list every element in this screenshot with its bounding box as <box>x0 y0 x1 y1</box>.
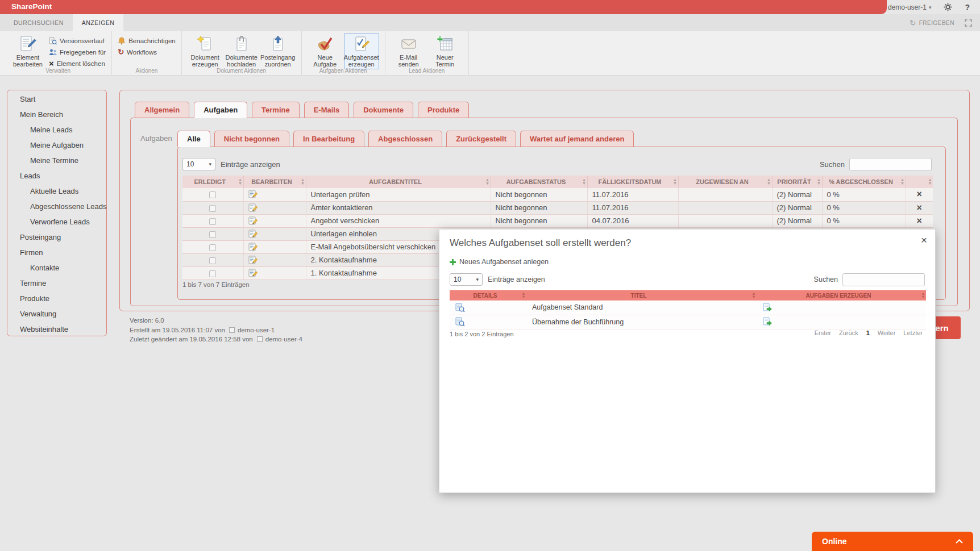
details-icon[interactable] <box>455 303 465 312</box>
assign-inbox-button[interactable]: Posteingang zuordnen <box>260 34 296 69</box>
erledigt-checkbox[interactable] <box>209 231 216 238</box>
pagination-first[interactable]: Erster <box>815 329 831 336</box>
erledigt-checkbox[interactable] <box>209 205 216 212</box>
col-aufgaben-erzeugen[interactable]: AUFGABEN ERZEUGEN▴▾ <box>757 290 926 300</box>
edit-task-icon[interactable] <box>248 243 258 252</box>
sort-icon[interactable]: ▴▾ <box>901 178 903 185</box>
col-erledigt[interactable]: ERLEDIGT▴▾ <box>182 176 243 188</box>
sort-icon[interactable]: ▴▾ <box>753 292 755 299</box>
col-titel[interactable]: TITEL▴▾ <box>526 290 757 300</box>
sidebar-item-kontakte[interactable]: Kontakte <box>7 260 106 276</box>
tab-termine[interactable]: Termine <box>252 102 300 118</box>
gear-icon[interactable] <box>944 3 952 11</box>
notify-button[interactable]: Benachrichtigen <box>118 36 175 45</box>
sidebar-item-start[interactable]: Start <box>7 91 106 107</box>
sort-icon[interactable]: ▴▾ <box>583 178 585 185</box>
generate-tasks-icon[interactable] <box>762 317 772 327</box>
sort-icon[interactable]: ▴▾ <box>522 292 525 299</box>
version-history-button[interactable]: Versionsverlauf <box>49 36 106 45</box>
sidebar-item-produkte[interactable]: Produkte <box>7 291 106 306</box>
sidebar-item-meine-termine[interactable]: Meine Termine <box>7 153 106 168</box>
dialog-page-length-select[interactable]: 10 ▾ <box>450 273 483 286</box>
dialog-search-input[interactable] <box>842 273 925 286</box>
edit-item-button[interactable]: Element bearbeiten <box>10 34 45 69</box>
send-email-button[interactable]: E-Mail senden <box>391 34 426 69</box>
sort-icon[interactable]: ▴▾ <box>301 178 304 185</box>
workflows-button[interactable]: ↻ Workflows <box>118 47 175 57</box>
close-icon[interactable]: × <box>921 234 927 247</box>
search-input[interactable] <box>849 158 932 171</box>
col-faelligkeitsdatum[interactable]: FÄLLIGKEITSDATUM▴▾ <box>587 176 678 188</box>
col-prioritaet[interactable]: PRIORITÄT▴▾ <box>772 176 822 188</box>
sidebar-item-websiteinhalte[interactable]: Websiteinhalte <box>7 322 106 337</box>
col-zugewiesen-an[interactable]: ZUGEWIESEN AN▴▾ <box>678 176 772 188</box>
delete-task-button[interactable]: × <box>917 189 922 199</box>
sidebar-item-mein-bereich[interactable]: Mein Bereich <box>7 107 106 122</box>
sidebar-item-meine-aufgaben[interactable]: Meine Aufgaben <box>7 137 106 153</box>
edit-task-icon[interactable] <box>248 190 258 199</box>
erledigt-checkbox[interactable] <box>209 218 216 225</box>
edit-task-icon[interactable] <box>248 203 258 212</box>
table-row[interactable]: Angebot verschicken Nicht begonnen 04.07… <box>182 214 933 227</box>
sort-icon[interactable]: ▴▾ <box>817 178 820 185</box>
tab-produkte[interactable]: Produkte <box>418 102 469 118</box>
sort-icon[interactable]: ▴▾ <box>767 178 770 185</box>
new-appointment-button[interactable]: Neuer Termin <box>427 34 463 69</box>
sidebar-item-termine[interactable]: Termine <box>7 276 106 291</box>
sidebar-item-aktuelle-leads[interactable]: Aktuelle Leads <box>7 183 106 199</box>
page-length-select[interactable]: 10 ▾ <box>182 158 215 170</box>
edit-task-icon[interactable] <box>248 269 258 278</box>
sort-icon[interactable]: ▴▾ <box>674 178 676 185</box>
col-abgeschlossen[interactable]: % ABGESCHLOSSEN▴▾ <box>822 176 906 188</box>
col-aufgabenstatus[interactable]: AUFGABENSTATUS▴▾ <box>491 176 587 188</box>
sidebar-item-meine-leads[interactable]: Meine Leads <box>7 122 106 137</box>
ribbon-tab-anzeigen[interactable]: ANZEIGEN <box>73 14 124 31</box>
help-button[interactable]: ? <box>965 3 970 12</box>
chat-status-bar[interactable]: Online <box>812 532 973 551</box>
pagination-prev[interactable]: Zurück <box>839 329 858 336</box>
sort-icon[interactable]: ▴▾ <box>486 178 488 185</box>
erledigt-checkbox[interactable] <box>209 270 216 277</box>
erledigt-checkbox[interactable] <box>209 244 216 251</box>
subtab-nicht-begonnen[interactable]: Nicht begonnen <box>214 131 289 147</box>
erledigt-checkbox[interactable] <box>209 191 216 198</box>
subtab-wartet[interactable]: Wartet auf jemand anderen <box>520 131 634 147</box>
edit-task-icon[interactable] <box>248 256 258 265</box>
col-delete[interactable]: ▴▾ <box>906 176 933 188</box>
tab-allgemein[interactable]: Allgemein <box>135 102 189 118</box>
shared-with-button[interactable]: Freigegeben für <box>49 47 106 57</box>
table-row[interactable]: Unterlagen prüfen Nicht begonnen 11.07.2… <box>182 188 933 201</box>
sidebar-item-verwaltung[interactable]: Verwaltung <box>7 306 106 322</box>
pagination-last[interactable]: Letzter <box>903 329 923 336</box>
share-button[interactable]: ↻ FREIGEBEN <box>910 19 954 27</box>
sidebar-item-abgeschlossene-leads[interactable]: Abgeschlossene Leads <box>7 199 106 214</box>
erledigt-checkbox[interactable] <box>209 257 216 264</box>
tab-emails[interactable]: E-Mails <box>304 102 350 118</box>
col-details[interactable]: DETAILS▴▾ <box>450 290 526 300</box>
edit-task-icon[interactable] <box>248 216 258 226</box>
tab-aufgaben[interactable]: Aufgaben <box>194 102 247 118</box>
pagination-next[interactable]: Weiter <box>878 329 896 336</box>
delete-item-button[interactable]: × Element löschen <box>49 59 106 68</box>
sort-icon[interactable]: ▴▾ <box>239 178 241 185</box>
new-task-button[interactable]: Neue Aufgabe <box>308 34 343 69</box>
delete-task-button[interactable]: × <box>917 203 922 212</box>
subtab-abgeschlossen[interactable]: Abgeschlossen <box>368 131 442 147</box>
sidebar-item-posteingang[interactable]: Posteingang <box>7 229 106 245</box>
upload-documents-button[interactable]: Dokumente hochladen <box>224 34 259 69</box>
table-row[interactable]: Ämter kontaktieren Nicht begonnen 11.07.… <box>182 201 933 214</box>
details-icon[interactable] <box>455 317 465 327</box>
user-menu[interactable]: demo-user-1 ▾ <box>888 3 932 11</box>
col-aufgabentitel[interactable]: AUFGABENTITEL▴▾ <box>306 176 491 188</box>
delete-task-button[interactable]: × <box>917 216 922 226</box>
sidebar-item-firmen[interactable]: Firmen <box>7 245 106 260</box>
ribbon-tab-durchsuchen[interactable]: DURCHSUCHEN <box>5 14 73 31</box>
taskset-row[interactable]: Übernahme der Buchführung <box>450 315 926 329</box>
sort-icon[interactable]: ▴▾ <box>922 292 924 299</box>
create-document-button[interactable]: Dokument erzeugen <box>188 34 223 69</box>
sidebar-item-leads[interactable]: Leads <box>7 168 106 183</box>
subtab-zurueckgestellt[interactable]: Zurückgestellt <box>446 131 516 147</box>
taskset-row[interactable]: Aufgabenset Standard <box>450 300 926 315</box>
generate-tasks-icon[interactable] <box>762 303 772 312</box>
sidebar-item-verworfene-leads[interactable]: Verworfene Leads <box>7 214 106 229</box>
